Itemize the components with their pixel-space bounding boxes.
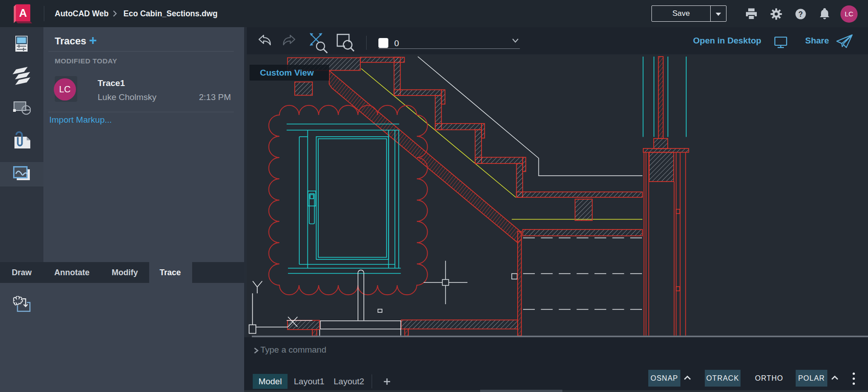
svg-text:?: ? — [798, 10, 803, 18]
svg-text:A: A — [19, 7, 27, 19]
